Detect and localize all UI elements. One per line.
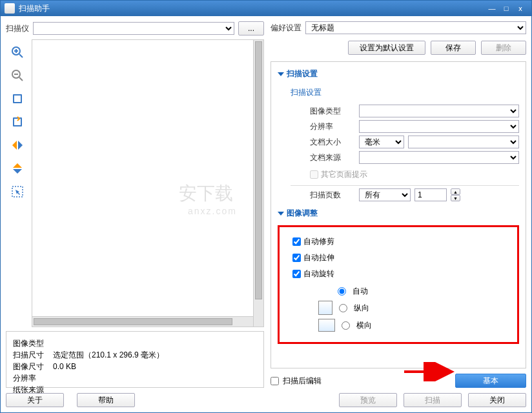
info-image-size-label: 图像尺寸	[13, 361, 52, 372]
doc-source-select[interactable]	[359, 151, 519, 164]
page-count-input[interactable]	[414, 188, 447, 201]
info-resolution-label: 分辨率	[13, 373, 52, 383]
svg-marker-12	[18, 141, 23, 150]
delete-pref-button[interactable]: 删除	[481, 41, 526, 55]
info-scan-size-value: 选定范围（210.1 x 296.9 毫米）	[53, 350, 172, 360]
left-pane: 扫描仪 ...	[6, 21, 264, 407]
close-button[interactable]: x	[513, 3, 527, 14]
svg-marker-13	[13, 163, 22, 168]
resolution-label: 分辨率	[310, 121, 355, 132]
scanner-browse-button[interactable]: ...	[238, 21, 264, 35]
scanner-label: 扫描仪	[6, 23, 29, 34]
auto-rotate-label: 自动旋转	[303, 268, 334, 279]
scan-settings-group[interactable]: 扫描设置	[278, 65, 519, 83]
maximize-button[interactable]: □	[499, 3, 513, 14]
set-default-button[interactable]: 设置为默认设置	[348, 41, 425, 55]
scan-button[interactable]: 扫描	[404, 393, 462, 407]
info-image-size-value: 0.0 KB	[53, 361, 172, 372]
image-type-select[interactable]	[359, 105, 519, 117]
about-button[interactable]: 关于	[6, 393, 64, 407]
orient-auto-label: 自动	[353, 286, 368, 297]
svg-rect-10	[14, 119, 21, 125]
auto-rotate-checkbox[interactable]	[292, 270, 301, 278]
svg-marker-11	[12, 141, 17, 150]
pref-label: 偏好设置	[271, 23, 302, 34]
app-window: 扫描助手 — □ x 扫描仪 ...	[0, 0, 532, 413]
rotate-left-icon[interactable]	[8, 90, 26, 108]
highlight-box: 自动修剪 自动拉伸 自动旋转 自动	[278, 225, 519, 344]
page-count-down[interactable]: ▼	[451, 195, 460, 201]
doc-size-label: 文档大小	[310, 137, 355, 148]
app-icon	[5, 3, 15, 14]
doc-source-label: 文档来源	[310, 152, 355, 163]
window-title: 扫描助手	[19, 3, 485, 14]
flip-vertical-icon[interactable]	[8, 159, 26, 177]
other-page-hint-label: 其它页面提示	[321, 169, 367, 180]
edit-after-scan-label: 扫描后编辑	[283, 376, 322, 387]
portrait-icon	[318, 301, 332, 315]
preview-area[interactable]	[32, 39, 264, 327]
help-button[interactable]: 帮助	[77, 393, 135, 407]
image-type-label: 图像类型	[310, 106, 355, 117]
flip-horizontal-icon[interactable]	[8, 136, 26, 154]
settings-panel: 扫描设置 扫描设置 图像类型 分辨率 文档大小	[271, 61, 526, 368]
zoom-out-icon[interactable]	[8, 66, 26, 85]
page-count-label: 扫描页数	[310, 190, 355, 201]
auto-stretch-checkbox[interactable]	[292, 254, 301, 262]
svg-rect-8	[14, 96, 21, 102]
other-page-hint-checkbox	[310, 170, 318, 179]
preview-button[interactable]: 预览	[339, 393, 397, 407]
marquee-select-icon[interactable]	[8, 183, 26, 201]
doc-size-unit-select[interactable]: 毫米	[359, 136, 404, 148]
chevron-down-icon	[278, 72, 284, 76]
info-box: 图像类型 扫描尺寸选定范围（210.1 x 296.9 毫米） 图像尺寸0.0 …	[6, 331, 264, 388]
preview-scrollbar-vertical[interactable]	[253, 40, 263, 327]
page-count-up[interactable]: ▲	[451, 188, 460, 195]
zoom-in-icon[interactable]	[8, 43, 26, 61]
image-adjust-group[interactable]: 图像调整	[278, 204, 519, 223]
svg-line-5	[19, 77, 23, 81]
chevron-down-icon	[278, 212, 284, 216]
orient-landscape-label: 横向	[356, 320, 372, 331]
preview-toolbar	[6, 39, 29, 327]
page-count-mode-select[interactable]: 所有	[359, 188, 411, 201]
orient-portrait-radio[interactable]	[339, 304, 347, 312]
auto-crop-checkbox[interactable]	[292, 237, 301, 246]
titlebar: 扫描助手 — □ x	[1, 1, 531, 16]
pref-select[interactable]: 无标题	[305, 21, 526, 34]
basic-button[interactable]: 基本	[455, 374, 526, 388]
rotate-right-icon[interactable]	[8, 113, 26, 131]
auto-stretch-label: 自动拉伸	[303, 252, 334, 263]
save-pref-button[interactable]: 保存	[431, 41, 476, 55]
landscape-icon	[318, 319, 335, 332]
svg-line-1	[19, 54, 23, 57]
orient-landscape-radio[interactable]	[342, 321, 350, 330]
preview-scrollbar-horizontal[interactable]	[32, 316, 253, 327]
svg-marker-14	[13, 169, 22, 174]
auto-crop-label: 自动修剪	[303, 236, 334, 247]
scanner-select[interactable]	[33, 22, 234, 35]
edit-after-scan-checkbox[interactable]	[271, 377, 279, 385]
close-app-button[interactable]: 关闭	[468, 393, 526, 407]
right-pane: 偏好设置 无标题 设置为默认设置 保存 删除 扫描设置 扫描设置 图	[271, 21, 526, 407]
minimize-button[interactable]: —	[485, 3, 499, 14]
orient-portrait-label: 纵向	[354, 303, 369, 314]
scan-settings-subgroup[interactable]: 扫描设置	[291, 83, 519, 102]
orient-auto-radio[interactable]	[338, 287, 346, 296]
doc-size-select[interactable]	[408, 136, 519, 148]
info-image-type-label: 图像类型	[13, 338, 52, 348]
resolution-select[interactable]	[359, 120, 519, 133]
info-scan-size-label: 扫描尺寸	[13, 350, 52, 360]
